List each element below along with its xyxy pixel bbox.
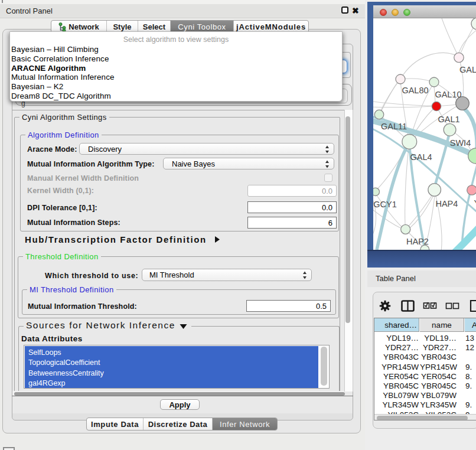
svg-text:GAL2: GAL2 <box>459 65 476 74</box>
svg-text:GAL4: GAL4 <box>410 152 432 162</box>
svg-text:GAL10: GAL10 <box>435 90 461 99</box>
svg-text:HAP2: HAP2 <box>406 237 429 246</box>
svg-text:SWI4: SWI4 <box>450 138 471 148</box>
svg-text:GAL80: GAL80 <box>402 86 428 95</box>
svg-text:GAL11: GAL11 <box>381 122 407 131</box>
svg-text:Y: Y <box>474 198 476 208</box>
svg-text:GCY1: GCY1 <box>373 200 397 209</box>
svg-text:GAL1: GAL1 <box>438 115 459 124</box>
svg-text:HAP4: HAP4 <box>435 199 458 208</box>
